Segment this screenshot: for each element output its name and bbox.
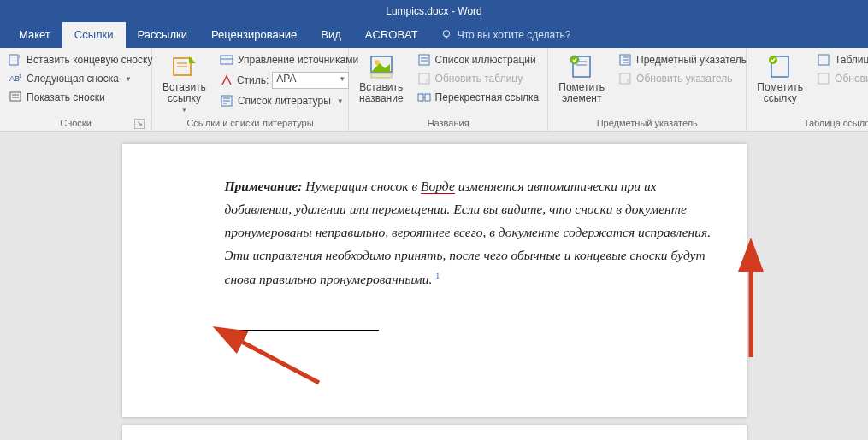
ribbon-tabstrip: Макет Ссылки Рассылки Рецензирование Вид… [0,22,868,48]
svg-rect-27 [425,94,430,101]
mark-entry-icon [568,53,595,80]
tellme-placeholder: Что вы хотите сделать? [458,29,571,41]
chevron-down-icon: ▼ [125,75,132,83]
annotation-arrow-left [225,331,328,394]
insert-caption-icon [368,53,395,80]
chevron-down-icon: ▼ [337,97,344,105]
insert-index-button[interactable]: Предметный указатель [615,51,750,68]
update-icon: ! [417,72,431,85]
note-word-link: Ворде [421,179,455,194]
insert-endnote-button[interactable]: i Вставить концевую сноску [5,51,146,68]
note-paragraph[interactable]: Примечание: Нумерация сносок в Ворде изм… [225,174,712,290]
group-label-footnotes: Сноски ↘ [5,116,146,131]
tab-mailings[interactable]: Рассылки [126,22,199,48]
window-title: Lumpics.docx - Word [386,5,481,17]
svg-rect-19 [371,73,392,78]
bibliography-icon [220,94,233,108]
svg-line-43 [235,338,319,383]
bibliography-button[interactable]: Список литературы ▼ [216,92,362,109]
svg-rect-12 [221,56,233,64]
dialog-launcher-icon[interactable]: ↘ [134,119,145,129]
svg-rect-1 [445,37,447,39]
insert-citation-icon [170,53,198,80]
insert-citation-button[interactable]: Вставить ссылку ▼ [157,51,211,115]
footnote-marker[interactable]: 1 [225,332,712,341]
group-captions: Вставить название Список иллюстраций ! О… [349,48,548,131]
svg-text:!: ! [426,77,428,85]
svg-rect-21 [419,55,429,65]
next-footnote-icon: AB1 [9,72,22,85]
update-index-icon: ! [618,72,632,85]
tab-layout[interactable]: Макет [7,22,62,48]
chevron-down-icon: ▼ [180,106,187,114]
document-area[interactable]: Примечание: Нумерация сносок в Ворде изм… [0,132,868,440]
document-page-next[interactable] [122,425,747,440]
tab-review[interactable]: Рецензирование [199,22,309,48]
svg-point-0 [443,31,449,37]
group-citations: Вставить ссылку ▼ Управление источниками… [152,48,349,131]
style-icon [220,73,233,87]
crossref-icon [417,91,431,104]
svg-rect-26 [418,94,423,101]
citation-style-select[interactable]: APA [272,72,349,89]
insert-caption-button[interactable]: Вставить название [354,51,409,106]
group-label-citations: Ссылки и списки литературы [157,116,343,131]
mark-citation-button[interactable]: Пометить ссылку [752,51,808,106]
update-toa-icon [817,72,830,85]
manage-sources-icon [220,53,233,67]
next-footnote-button[interactable]: AB1 Следующая сноска ▼ [5,70,146,87]
tab-acrobat[interactable]: ACROBAT [353,22,430,48]
annotation-arrow-right [729,255,772,368]
update-table-button: ! Обновить таблицу [414,70,543,87]
endnote-icon: i [9,53,22,67]
title-bar: Lumpics.docx - Word [0,0,868,22]
citation-style-row: Стиль: APA [216,70,362,91]
group-index: Пометить элемент Предметный указатель ! … [548,48,747,131]
ribbon: i Вставить концевую сноску AB1 Следующая… [0,48,868,132]
svg-rect-2 [9,55,18,65]
svg-text:!: ! [627,77,629,85]
group-toa: Пометить ссылку Таблица ссылок Обновить … [747,48,868,131]
svg-rect-42 [818,73,829,84]
toa-icon [817,53,830,67]
index-icon [618,53,632,67]
lightbulb-icon [440,29,452,41]
group-label-index: Предметный указатель [553,116,741,131]
tellme-search[interactable]: Что вы хотите сделать? [440,29,571,41]
svg-rect-41 [818,55,829,65]
note-text-1: Нумерация сносок в [305,179,421,193]
show-notes-icon [9,91,22,104]
group-footnotes: i Вставить концевую сноску AB1 Следующая… [0,48,152,131]
note-label: Примечание: [225,179,303,193]
group-label-captions: Названия [354,116,542,131]
svg-rect-6 [10,92,21,101]
mark-entry-button[interactable]: Пометить элемент [553,51,610,106]
note-text-2: изменяется автоматически при их добавлен… [225,179,712,286]
footnote-reference[interactable]: 1 [435,270,440,279]
update-toa-button: Обновить таблицу [813,70,868,87]
svg-text:i: i [19,54,20,59]
table-of-figures-button[interactable]: Список иллюстраций [414,51,543,68]
svg-text:1: 1 [19,73,22,79]
insert-toa-button[interactable]: Таблица ссылок [813,51,868,68]
document-page[interactable]: Примечание: Нумерация сносок в Ворде изм… [122,144,747,417]
group-label-toa: Таблица ссылок [752,116,868,131]
footnote-separator [225,330,379,331]
tab-view[interactable]: Вид [309,22,353,48]
tab-references[interactable]: Ссылки [62,22,126,48]
show-notes-button[interactable]: Показать сноски [5,89,146,106]
manage-sources-button[interactable]: Управление источниками [216,51,362,68]
tof-icon [417,53,431,67]
cross-reference-button[interactable]: Перекрестная ссылка [414,89,543,106]
mark-citation-icon [766,53,794,80]
update-index-button: ! Обновить указатель [615,70,750,87]
